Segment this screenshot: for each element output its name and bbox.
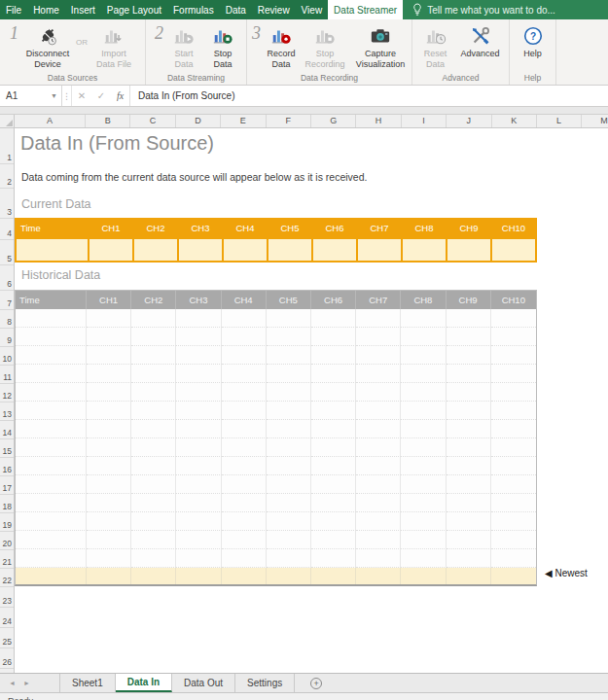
- enter-icon[interactable]: ✓: [91, 86, 111, 106]
- column-header-I[interactable]: I: [402, 115, 447, 127]
- historical-data-cell[interactable]: [401, 475, 446, 494]
- historical-data-cell[interactable]: [131, 328, 176, 346]
- historical-data-cell[interactable]: [311, 531, 356, 549]
- historical-newest-cell[interactable]: [222, 568, 267, 584]
- current-header-cell-ch7[interactable]: CH7: [358, 220, 401, 237]
- name-box-caret-icon[interactable]: ▼: [51, 92, 57, 99]
- historical-data-cell[interactable]: [16, 365, 87, 383]
- historical-data-cell[interactable]: [176, 494, 221, 512]
- historical-data-cell[interactable]: [222, 328, 267, 346]
- sheet-nav-right-icon[interactable]: ►: [19, 674, 34, 692]
- disconnect-device-button[interactable]: DisconnectDevice: [19, 22, 76, 70]
- historical-data-cell[interactable]: [311, 475, 356, 494]
- current-header-cell-ch6[interactable]: CH6: [313, 220, 356, 237]
- record-data-button[interactable]: RecordData: [262, 22, 301, 70]
- historical-data-cell[interactable]: [356, 438, 401, 457]
- historical-data-cell[interactable]: [447, 402, 491, 420]
- historical-data-cell[interactable]: [311, 438, 356, 457]
- current-data-cell[interactable]: [447, 239, 490, 261]
- row-header-4[interactable]: 4: [0, 219, 14, 240]
- historical-data-cell[interactable]: [491, 438, 536, 457]
- historical-newest-cell[interactable]: [131, 568, 176, 584]
- historical-data-cell[interactable]: [491, 365, 536, 383]
- historical-data-cell[interactable]: [356, 383, 401, 402]
- historical-data-cell[interactable]: [16, 328, 87, 346]
- row-header-23[interactable]: 23: [0, 587, 14, 608]
- historical-data-cell[interactable]: [87, 420, 131, 438]
- historical-data-cell[interactable]: [491, 346, 536, 365]
- historical-data-cell[interactable]: [222, 309, 267, 328]
- current-header-cell-ch1[interactable]: CH1: [89, 220, 132, 237]
- historical-data-cell[interactable]: [222, 549, 267, 568]
- current-data-cell[interactable]: [358, 239, 401, 261]
- historical-data-cell[interactable]: [87, 457, 131, 475]
- historical-data-cell[interactable]: [311, 346, 356, 365]
- row-header-26[interactable]: 26: [0, 648, 14, 669]
- historical-data-cell[interactable]: [401, 383, 446, 402]
- historical-data-cell[interactable]: [131, 365, 176, 383]
- current-header-cell-ch5[interactable]: CH5: [268, 220, 311, 237]
- historical-data-cell[interactable]: [356, 402, 401, 420]
- historical-data-cell[interactable]: [176, 438, 221, 457]
- historical-data-cell[interactable]: [131, 494, 176, 512]
- historical-data-cell[interactable]: [447, 328, 491, 346]
- column-header-L[interactable]: L: [537, 115, 582, 127]
- historical-data-cell[interactable]: [356, 494, 401, 512]
- historical-header-cell-ch7[interactable]: CH7: [356, 291, 401, 309]
- historical-data-cell[interactable]: [401, 531, 446, 549]
- formula-input[interactable]: Data In (From Source): [130, 86, 608, 106]
- historical-data-cell[interactable]: [16, 438, 87, 457]
- historical-data-cell[interactable]: [267, 512, 311, 531]
- historical-data-cell[interactable]: [311, 457, 356, 475]
- historical-data-cell[interactable]: [311, 549, 356, 568]
- row-header-2[interactable]: 2: [0, 164, 14, 189]
- historical-data-cell[interactable]: [491, 494, 536, 512]
- tab-data-streamer[interactable]: Data Streamer: [328, 0, 403, 19]
- tab-home[interactable]: Home: [27, 0, 65, 19]
- column-header-D[interactable]: D: [176, 115, 221, 127]
- historical-data-cell[interactable]: [356, 512, 401, 531]
- historical-header-cell-ch4[interactable]: CH4: [222, 291, 267, 309]
- sheet-tab-settings[interactable]: Settings: [235, 674, 295, 692]
- historical-data-cell[interactable]: [176, 549, 221, 568]
- stop-data-button[interactable]: StopData: [203, 22, 242, 70]
- historical-data-cell[interactable]: [176, 328, 221, 346]
- historical-data-cell[interactable]: [222, 475, 267, 494]
- current-data-cell[interactable]: [89, 239, 132, 261]
- current-data-cell[interactable]: [224, 239, 267, 261]
- row-header-5[interactable]: 5: [0, 240, 14, 265]
- column-header-K[interactable]: K: [492, 115, 537, 127]
- historical-data-cell[interactable]: [447, 309, 491, 328]
- historical-data-cell[interactable]: [176, 531, 221, 549]
- historical-data-cell[interactable]: [16, 531, 87, 549]
- historical-header-cell-ch5[interactable]: CH5: [267, 291, 311, 309]
- historical-data-cell[interactable]: [356, 365, 401, 383]
- historical-data-cell[interactable]: [131, 402, 176, 420]
- historical-data-cell[interactable]: [16, 512, 87, 531]
- historical-data-cell[interactable]: [491, 420, 536, 438]
- historical-data-cell[interactable]: [222, 402, 267, 420]
- historical-data-cell[interactable]: [401, 494, 446, 512]
- historical-data-cell[interactable]: [447, 475, 491, 494]
- historical-newest-cell[interactable]: [356, 568, 401, 584]
- historical-data-cell[interactable]: [176, 309, 221, 328]
- historical-data-cell[interactable]: [311, 383, 356, 402]
- column-header-H[interactable]: H: [356, 115, 401, 127]
- row-header-16[interactable]: 16: [0, 458, 14, 476]
- historical-data-cell[interactable]: [356, 457, 401, 475]
- historical-data-cell[interactable]: [176, 512, 221, 531]
- historical-data-cell[interactable]: [16, 494, 87, 512]
- historical-data-cell[interactable]: [491, 383, 536, 402]
- tab-insert[interactable]: Insert: [65, 0, 101, 19]
- historical-header-cell-ch8[interactable]: CH8: [401, 291, 446, 309]
- cancel-icon[interactable]: ✕: [72, 86, 91, 106]
- tab-file[interactable]: File: [0, 0, 27, 19]
- column-header-F[interactable]: F: [267, 115, 311, 127]
- row-header-18[interactable]: 18: [0, 495, 14, 513]
- historical-header-cell-ch6[interactable]: CH6: [311, 291, 356, 309]
- historical-data-cell[interactable]: [176, 457, 221, 475]
- historical-data-cell[interactable]: [401, 365, 446, 383]
- historical-data-cell[interactable]: [87, 494, 131, 512]
- current-data-cell[interactable]: [268, 239, 311, 261]
- column-header-J[interactable]: J: [447, 115, 491, 127]
